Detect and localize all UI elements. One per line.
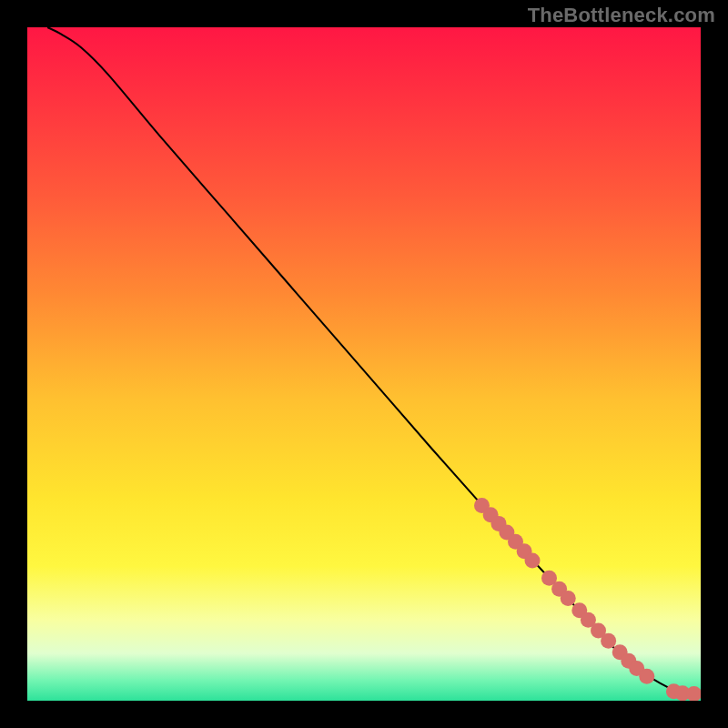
bottleneck-chart xyxy=(27,27,701,701)
data-dot xyxy=(561,591,576,606)
heat-gradient-rect xyxy=(27,27,701,701)
data-dot xyxy=(525,553,541,569)
chart-frame: TheBottleneck.com xyxy=(0,0,728,728)
watermark-label: TheBottleneck.com xyxy=(528,4,715,27)
data-dot xyxy=(601,633,616,649)
data-dot xyxy=(639,669,654,684)
